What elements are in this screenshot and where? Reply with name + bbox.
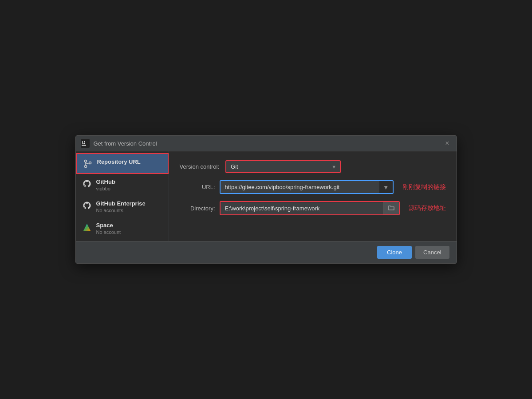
version-control-row: Version control: Git Mercurial Subversio… (180, 160, 446, 173)
dialog: IJ Get from Version Control × (75, 135, 457, 264)
svg-rect-1 (82, 145, 86, 146)
sidebar-item-github-text: GitHub vipbbo (96, 178, 115, 191)
directory-annotation: 源码存放地址 (409, 204, 446, 212)
svg-point-4 (84, 166, 87, 168)
svg-text:IJ: IJ (82, 140, 86, 145)
url-input-wrapper: ▼ (220, 180, 394, 194)
vcs-icon (83, 159, 93, 169)
sidebar-item-repository-url-title: Repository URL (97, 158, 141, 165)
sidebar-item-github-subtitle: vipbbo (96, 186, 115, 191)
close-button[interactable]: × (442, 139, 452, 148)
directory-label: Directory: (180, 205, 215, 212)
sidebar-item-github-enterprise-title: GitHub Enterprise (96, 200, 146, 207)
sidebar-item-github-enterprise-text: GitHub Enterprise No accounts (96, 200, 146, 213)
space-icon (82, 222, 92, 232)
footer: Clone Cancel (76, 241, 457, 263)
sidebar-item-space-text: Space No account (96, 222, 121, 235)
sidebar-item-repository-url[interactable]: Repository URL (76, 153, 169, 174)
sidebar-item-space-subtitle: No account (96, 229, 121, 235)
version-control-label: Version control: (180, 163, 220, 170)
svg-marker-8 (83, 224, 91, 231)
sidebar-item-github-enterprise-subtitle: No accounts (96, 208, 146, 213)
version-control-select-wrapper: Git Mercurial Subversion ▼ (225, 160, 341, 173)
content-area: Version control: Git Mercurial Subversio… (169, 151, 457, 241)
clone-button[interactable]: Clone (377, 246, 412, 259)
directory-input[interactable] (221, 202, 383, 214)
url-row: URL: ▼ 刚刚复制的链接 (180, 180, 446, 194)
sidebar-item-github-enterprise[interactable]: GitHub Enterprise No accounts (76, 196, 169, 217)
sidebar-item-github-title: GitHub (96, 178, 115, 185)
sidebar-item-space[interactable]: Space No account (76, 217, 169, 239)
main-content: Repository URL GitHub vipbbo (76, 151, 457, 241)
sidebar-item-github[interactable]: GitHub vipbbo (76, 174, 169, 196)
svg-point-3 (84, 160, 87, 162)
url-input[interactable] (221, 181, 379, 193)
sidebar-item-repository-url-text: Repository URL (97, 158, 141, 165)
dialog-title: Get from Version Control (94, 140, 157, 147)
sidebar-item-space-title: Space (96, 222, 121, 229)
url-dropdown-arrow[interactable]: ▼ (379, 184, 393, 191)
directory-input-wrapper (220, 201, 400, 215)
browse-button[interactable] (383, 202, 399, 214)
url-annotation: 刚刚复制的链接 (402, 183, 446, 191)
sidebar: Repository URL GitHub vipbbo (76, 151, 169, 241)
github-enterprise-icon (82, 201, 92, 210)
github-icon (82, 179, 92, 189)
url-label: URL: (180, 184, 215, 190)
cancel-button[interactable]: Cancel (415, 246, 449, 259)
directory-row: Directory: 源码存放地址 (180, 201, 446, 215)
app-icon: IJ (80, 138, 90, 148)
title-bar: IJ Get from Version Control × (76, 136, 457, 151)
version-control-select[interactable]: Git Mercurial Subversion (226, 161, 340, 172)
